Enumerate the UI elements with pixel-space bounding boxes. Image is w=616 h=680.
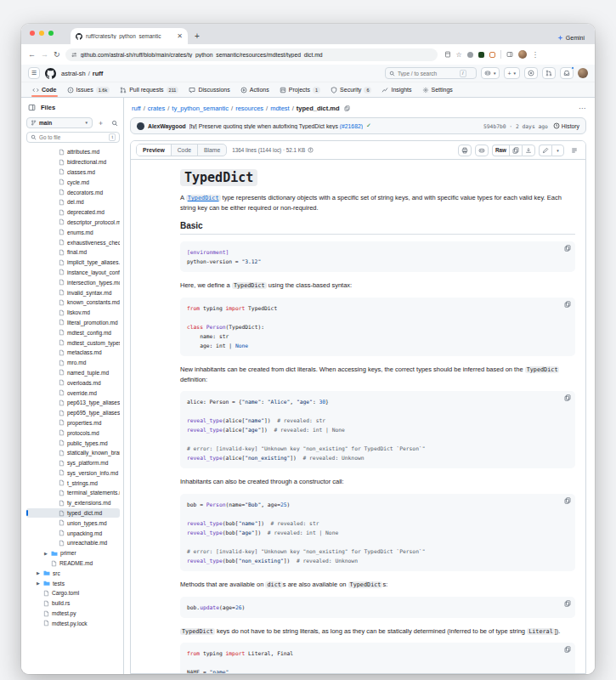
history-button[interactable]: History <box>553 122 579 129</box>
nav-tab-projects[interactable]: Projects1 <box>275 82 325 97</box>
pr-link[interactable]: (#21682) <box>340 123 363 129</box>
copy-code-button[interactable] <box>564 497 571 504</box>
create-new-button[interactable]: + ▼ <box>504 67 520 79</box>
tree-item-metaclass.md[interactable]: metaclass.md <box>26 348 120 358</box>
status-check-icon[interactable]: ✓ <box>366 122 371 129</box>
extension-icon[interactable] <box>467 52 473 58</box>
outline-icon[interactable] <box>568 144 580 156</box>
copy-raw-icon[interactable] <box>509 144 522 156</box>
browser-profile-avatar[interactable] <box>518 50 527 59</box>
repo-link[interactable]: ruff <box>93 70 104 77</box>
tree-item-attributes.md[interactable]: attributes.md <box>26 147 120 157</box>
tree-item-exhaustiveness_checking.md[interactable]: exhaustiveness_checking.md <box>26 237 120 247</box>
nav-tab-discussions[interactable]: Discussions <box>184 82 234 97</box>
breadcrumb-more-button[interactable]: ⋯ <box>579 105 586 112</box>
tree-item-mdtest_config.md[interactable]: mdtest_config.md <box>26 327 120 337</box>
tree-item-sys_platform.md[interactable]: sys_platform.md <box>26 458 120 468</box>
tree-item-union_types.md[interactable]: union_types.md <box>26 518 120 528</box>
copy-code-button[interactable] <box>564 301 571 308</box>
tree-item-cycle.md[interactable]: cycle.md <box>26 177 120 187</box>
search-files-icon[interactable] <box>109 117 120 128</box>
tree-item-invalid_syntax.md[interactable]: invalid_syntax.md <box>26 287 120 298</box>
minimize-window-button[interactable] <box>39 31 44 36</box>
collapse-sidebar-icon[interactable] <box>26 102 37 113</box>
nav-tab-pull-requests[interactable]: Pull requests211 <box>116 82 183 97</box>
extension-icon[interactable] <box>478 52 484 58</box>
site-settings-icon[interactable] <box>71 52 77 58</box>
edit-pencil-icon[interactable] <box>539 144 551 156</box>
tree-item-mdtest.py[interactable]: mdtest.py <box>26 609 120 619</box>
edit-dropdown-icon[interactable]: ▾ <box>551 144 564 156</box>
tree-item-ty_extensions.md[interactable]: ty_extensions.md <box>26 498 120 508</box>
breadcrumb-link[interactable]: ty_python_semantic <box>172 105 229 112</box>
tree-item-enums.md[interactable]: enums.md <box>26 227 120 237</box>
copilot-file-icon[interactable] <box>475 144 489 156</box>
global-search[interactable]: / <box>385 67 477 79</box>
copy-code-button[interactable] <box>564 394 571 401</box>
browser-menu-icon[interactable]: ⋮ <box>532 51 539 59</box>
hamburger-menu-button[interactable]: ☰ <box>28 67 40 79</box>
latest-commit-bar[interactable]: AlexWaygood [ty] Preserve quoting style … <box>130 117 586 134</box>
tab-close-icon[interactable]: ✕ <box>177 33 183 40</box>
tree-item-implicit_type_aliases.md[interactable]: implicit_type_aliases.md <box>26 258 120 268</box>
commit-author-avatar[interactable] <box>137 122 144 130</box>
notifications-inbox-button[interactable] <box>560 67 574 79</box>
issues-dashboard-button[interactable] <box>524 67 538 79</box>
tree-item-primer[interactable]: ▶primer <box>26 548 120 558</box>
copy-code-button[interactable] <box>564 245 571 252</box>
tree-item-src[interactable]: ▶src <box>26 568 120 578</box>
copilot-button[interactable]: ▼ <box>481 67 500 79</box>
github-logo-icon[interactable] <box>45 68 56 79</box>
new-tab-button[interactable]: + <box>195 31 200 41</box>
breadcrumb-link[interactable]: ruff <box>132 105 141 112</box>
tree-item-mdtest.py.lock[interactable]: mdtest.py.lock <box>26 618 120 628</box>
tree-item-intersection_types.md[interactable]: intersection_types.md <box>26 277 120 287</box>
tree-item-bidirectional.md[interactable]: bidirectional.md <box>26 157 120 167</box>
go-to-file-input[interactable] <box>39 134 92 140</box>
address-bar[interactable]: github.com/astral-sh/ruff/blob/main/crat… <box>65 48 438 61</box>
tree-item-decorators.md[interactable]: decorators.md <box>26 187 120 197</box>
tree-item-typed_dict.md[interactable]: typed_dict.md <box>26 508 120 518</box>
tree-item-terminal_statements.md[interactable]: terminal_statements.md <box>26 488 120 498</box>
download-icon[interactable] <box>522 144 535 156</box>
branch-selector[interactable]: main ▼ <box>26 117 93 128</box>
info-icon[interactable] <box>308 147 314 153</box>
maximize-window-button[interactable] <box>48 31 54 36</box>
raw-button[interactable]: Raw <box>492 144 509 156</box>
add-file-icon[interactable]: ＋ <box>95 117 106 128</box>
tree-item-named_tuple.md[interactable]: named_tuple.md <box>26 368 120 378</box>
bookmark-star-icon[interactable]: ☆ <box>456 51 462 59</box>
tree-item-literal_promotion.md[interactable]: literal_promotion.md <box>26 318 120 328</box>
url-text[interactable]: github.com/astral-sh/ruff/blob/main/crat… <box>81 52 323 58</box>
tree-item-pep613_type_aliases.md[interactable]: pep613_type_aliases.md <box>26 398 120 408</box>
tree-item-descriptor_protocol.md[interactable]: descriptor_protocol.md <box>26 218 120 228</box>
user-avatar[interactable] <box>578 68 588 78</box>
commit-hash[interactable]: 594b7b0 · 2 days ago <box>483 123 548 129</box>
nav-tab-issues[interactable]: Issues1.6k <box>63 82 115 97</box>
back-button[interactable]: ← <box>28 50 36 59</box>
tree-item-properties.md[interactable]: properties.md <box>26 418 120 428</box>
nav-tab-code[interactable]: Code <box>28 82 61 97</box>
commit-message[interactable]: [ty] Preserve quoting style when autofix… <box>189 123 363 129</box>
tab-preview[interactable]: Preview <box>137 144 172 156</box>
tab-blame[interactable]: Blame <box>198 144 226 156</box>
search-input[interactable] <box>398 71 457 76</box>
nav-tab-security[interactable]: Security6 <box>326 82 376 97</box>
window-controls[interactable] <box>30 31 54 36</box>
tree-item-build.rs[interactable]: build.rs <box>26 598 120 609</box>
tree-item-pep695_type_aliases.md[interactable]: pep695_type_aliases.md <box>26 408 120 418</box>
tree-item-liskov.md[interactable]: liskov.md <box>26 308 120 318</box>
breadcrumb-link[interactable]: resources <box>235 105 263 112</box>
save-share-icon[interactable] <box>444 51 451 58</box>
nav-tab-actions[interactable]: Actions <box>236 82 274 97</box>
tree-item-README.md[interactable]: README.md <box>26 558 120 569</box>
tree-item-protocols.md[interactable]: protocols.md <box>26 428 120 438</box>
org-link[interactable]: astral-sh <box>61 70 86 77</box>
tree-item-t_strings.md[interactable]: t_strings.md <box>26 478 120 488</box>
tree-item-del.md[interactable]: del.md <box>26 197 120 207</box>
tree-item-mdtest_custom_typeshed.md[interactable]: mdtest_custom_typeshed.md <box>26 337 120 348</box>
gemini-button[interactable]: Gemini <box>557 35 585 41</box>
forward-button[interactable]: → <box>41 50 48 59</box>
commit-author[interactable]: AlexWaygood <box>148 123 186 129</box>
tree-item-instance_layout_conflict.md[interactable]: instance_layout_conflict.md <box>26 268 120 278</box>
